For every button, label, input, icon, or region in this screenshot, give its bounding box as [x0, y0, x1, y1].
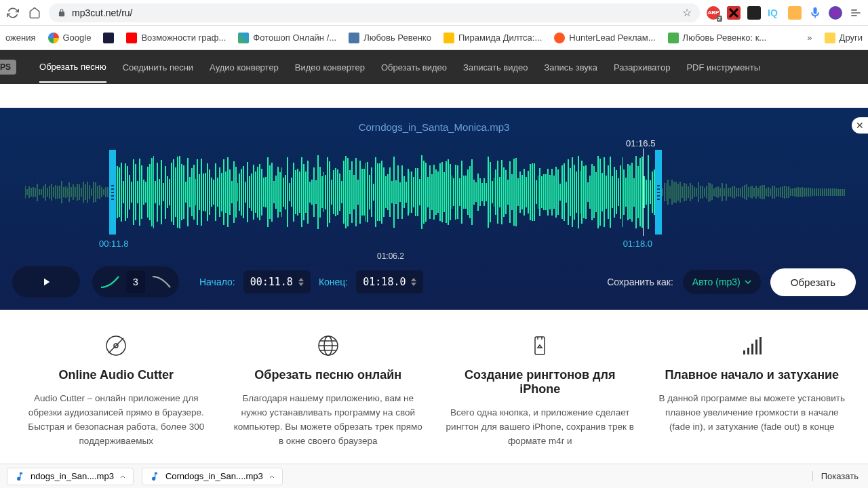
play-button[interactable] [12, 266, 80, 298]
bookmark[interactable] [103, 33, 114, 43]
feature-title: Создание рингтонов для iPhone [444, 368, 636, 396]
lock-icon [57, 8, 66, 18]
bookmark[interactable]: Любовь Ревенко: к... [668, 33, 767, 43]
download-item[interactable]: ndogs_in_San....mp3 [7, 468, 134, 485]
apps-badge[interactable]: PS [0, 60, 16, 75]
phone-icon [528, 334, 551, 357]
svg-rect-7 [751, 344, 753, 354]
ext-icon[interactable] [727, 6, 741, 20]
star-icon[interactable]: ☆ [682, 6, 692, 19]
features: Online Audio Cutter Audio Cutter – онлай… [0, 310, 868, 449]
end-time-label: 01:18.0 [623, 239, 652, 249]
bookmark[interactable]: Пирамида Дилтса:... [443, 33, 542, 43]
controls: 3 Начало: 00:11.8 Конец: 01:18.0 Сохрани… [12, 266, 856, 298]
nav-join-audio[interactable]: Соединить песни [123, 53, 193, 82]
nav-audio-converter[interactable]: Аудио конвертер [210, 53, 279, 82]
nav-cut-audio[interactable]: Обрезать песню [39, 52, 106, 83]
playhead[interactable] [643, 148, 644, 236]
fade-out-button[interactable] [148, 270, 175, 294]
feature-desc: Благодаря нашему приложению, вам не нужн… [233, 392, 425, 449]
bookmark[interactable]: HunterLead Реклам... [554, 33, 655, 43]
adblock-icon[interactable]: ABP2 [707, 6, 720, 20]
chevron-down-icon [745, 280, 751, 284]
close-icon[interactable]: ✕ [852, 117, 868, 134]
audio-file-icon [149, 471, 160, 482]
download-item[interactable]: Corndogs_in_San....mp3 [142, 468, 283, 485]
bookmark-partial[interactable]: ожения [5, 33, 36, 43]
save-group: Сохранить как: Авто (mp3) Обрезать [607, 268, 856, 296]
nav-record-audio[interactable]: Запись звука [544, 53, 597, 82]
start-time-label: 00:11.8 [99, 239, 128, 249]
waveform[interactable]: 01:06.2 [24, 150, 844, 235]
bookmark-google[interactable]: Google [48, 33, 92, 43]
end-label: Конец: [319, 277, 348, 287]
fade-group: 3 [92, 266, 179, 298]
fade-count: 3 [126, 271, 145, 293]
site-nav: PS Обрезать песню Соединить песни Аудио … [0, 50, 868, 84]
format-dropdown[interactable]: Авто (mp3) [683, 270, 761, 294]
feature-title: Плавное начало и затухание [656, 368, 848, 382]
filename: Corndogs_in_Santa_Monica.mp3 [12, 121, 856, 133]
selection-end-handle[interactable] [655, 150, 662, 235]
chevron-up-icon[interactable] [298, 278, 304, 281]
bookmarks-overflow[interactable]: » [807, 33, 812, 43]
feature-card: Online Audio Cutter Audio Cutter – онлай… [20, 334, 212, 449]
chevron-up-icon[interactable] [411, 278, 416, 281]
mic-icon[interactable] [808, 6, 822, 20]
browser-toolbar: mp3cut.net/ru/ ☆ ABP2 IQ [0, 0, 868, 26]
end-input[interactable]: 01:18.0 [356, 270, 423, 293]
svg-rect-8 [755, 340, 757, 354]
start-label: Начало: [199, 277, 235, 287]
mid-time: 01:06.2 [377, 251, 404, 261]
nav-pdf-tools[interactable]: PDF инструменты [686, 53, 760, 82]
svg-rect-5 [743, 350, 745, 354]
feature-desc: Audio Cutter – онлайн приложение для обр… [20, 392, 212, 449]
feature-card: Плавное начало и затухание В данной прог… [656, 334, 848, 449]
bars-icon [741, 334, 764, 357]
feature-card: Обрезать песню онлайн Благодаря нашему п… [233, 334, 425, 449]
nav-record-video[interactable]: Записать видео [463, 53, 528, 82]
feature-card: Создание рингтонов для iPhone Всего одна… [444, 334, 636, 449]
ext-icon[interactable] [747, 6, 761, 20]
feature-desc: В данной программе вы можете установить … [656, 392, 848, 434]
ext-icon[interactable]: IQ [768, 6, 781, 20]
downloads-bar: ndogs_in_San....mp3 Corndogs_in_San....m… [0, 464, 868, 488]
globe-icon [317, 334, 340, 357]
cut-button[interactable]: Обрезать [770, 268, 856, 296]
time-inputs: Начало: 00:11.8 Конец: 01:18.0 [199, 270, 423, 293]
feature-title: Обрезать песню онлайн [233, 368, 425, 382]
selection-start-handle[interactable] [109, 150, 116, 235]
extension-icons: ABP2 IQ [707, 6, 863, 20]
audio-editor: ✕ Corndogs_in_Santa_Monica.mp3 01:16.5 0… [0, 108, 868, 310]
feature-title: Online Audio Cutter [20, 368, 212, 382]
url-text: mp3cut.net/ru/ [72, 7, 133, 18]
chevron-up-icon[interactable] [269, 473, 275, 480]
bookmarks-bar: ожения Google Возможности граф... Фотошо… [0, 26, 868, 50]
nav-unarchiver[interactable]: Разархиватор [614, 53, 670, 82]
playhead-time: 01:16.5 [626, 138, 856, 148]
bookmark[interactable]: Любовь Ревенко [349, 33, 431, 43]
ext-icon[interactable] [788, 6, 802, 20]
feature-desc: Всего одна кнопка, и приложение сделает … [444, 406, 636, 449]
start-input[interactable]: 00:11.8 [243, 270, 311, 293]
profile-icon[interactable] [829, 6, 842, 20]
show-all-downloads[interactable]: Показать [812, 471, 861, 481]
bookmark[interactable]: Фотошоп Онлайн /... [238, 33, 336, 43]
fade-in-button[interactable] [96, 270, 123, 294]
reload-icon[interactable] [5, 5, 20, 20]
other-bookmarks[interactable]: Други [825, 33, 863, 43]
bookmark[interactable]: Возможности граф... [126, 33, 226, 43]
nav-cut-video[interactable]: Обрезать видео [381, 53, 447, 82]
disc-icon [104, 334, 127, 357]
chevron-down-icon[interactable] [411, 283, 416, 286]
audio-file-icon [14, 471, 25, 482]
menu-icon[interactable] [849, 6, 863, 20]
chevron-up-icon[interactable] [119, 473, 126, 480]
svg-rect-6 [747, 348, 749, 354]
save-as-label: Сохранить как: [607, 277, 673, 287]
chevron-down-icon[interactable] [298, 283, 304, 286]
nav-video-converter[interactable]: Видео конвертер [295, 53, 365, 82]
svg-rect-9 [760, 337, 762, 354]
home-icon[interactable] [27, 5, 42, 20]
address-bar[interactable]: mp3cut.net/ru/ ☆ [49, 3, 700, 22]
